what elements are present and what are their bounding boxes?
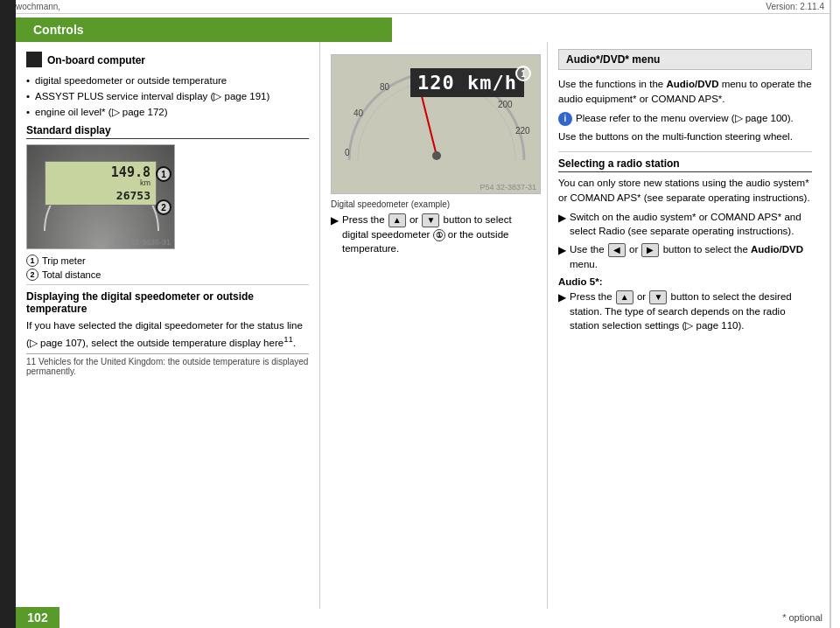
callout-label-2: 2 Total distance — [26, 269, 309, 281]
onboard-title: On-board computer — [47, 54, 145, 66]
svg-text:0: 0 — [345, 148, 350, 157]
info-text: Please refer to the menu overview (▷ pag… — [576, 111, 794, 125]
footnote-sup: 11 — [284, 334, 293, 344]
displaying-body: If you have selected the digital speedom… — [26, 318, 309, 350]
footnote-text: 11 Vehicles for the United Kingdom: the … — [26, 353, 309, 376]
radio-section-title: Selecting a radio station — [558, 157, 812, 172]
down-button-icon[interactable]: ▼ — [422, 213, 439, 227]
info-icon: i — [558, 112, 572, 126]
radio-instruction-2: ▶ Use the ◀ or ▶ button to select the Au… — [558, 242, 812, 271]
arrow-icon-r1: ▶ — [558, 211, 566, 226]
arrow-icon-r3: ▶ — [558, 290, 566, 305]
divider-right-1 — [558, 151, 812, 152]
svg-text:220: 220 — [515, 126, 530, 136]
bullet-item-2: ASSYST PLUS service interval display (▷ … — [26, 89, 309, 103]
left-column: On-board computer digital speedometer or… — [23, 42, 320, 609]
displaying-title: Displaying the digital speedometer or ou… — [26, 290, 309, 315]
right-column: Audio*/DVD* menu Use the functions in th… — [548, 42, 822, 609]
meta-left: wochmann, — [16, 2, 60, 11]
audio5-label: Audio 5*: — [558, 276, 812, 287]
middle-column: 0 40 80 120 160 200 220 120 km/h 1 P54 3… — [320, 42, 548, 609]
speedo-callout-1: 1 — [515, 66, 531, 81]
radio-instruction-1: ▶ Switch on the audio system* or COMAND … — [558, 210, 812, 238]
meta-right: Version: 2.11.4 — [766, 2, 824, 11]
speedometer-image: 0 40 80 120 160 200 220 120 km/h 1 P54 3… — [331, 54, 541, 194]
onboard-header: On-board computer — [26, 49, 309, 70]
speedo-image-ref: P54 32-3837-31 — [480, 183, 536, 192]
radio-intro-text: You can only store new stations using th… — [558, 176, 812, 205]
svg-text:80: 80 — [380, 82, 390, 92]
main-content: On-board computer digital speedometer or… — [16, 42, 830, 609]
audio-dvd-box: Audio*/DVD* menu — [558, 49, 812, 70]
up-button-icon[interactable]: ▲ — [388, 213, 406, 227]
left-black-bar — [0, 0, 16, 628]
audio-dvd-intro-text: Use the functions in the Audio/DVD menu … — [558, 77, 812, 106]
onboard-bullets: digital speedometer or outside temperatu… — [26, 73, 309, 119]
optional-note: * optional — [782, 612, 822, 623]
header-title: Controls — [33, 23, 84, 37]
svg-text:200: 200 — [498, 100, 513, 109]
svg-text:40: 40 — [354, 108, 364, 118]
callout-label-1: 1 Trip meter — [26, 255, 309, 267]
header-wrap: Controls — [0, 14, 840, 42]
bullet-item-3: engine oil level* (▷ page 172) — [26, 105, 309, 119]
divider-1 — [26, 284, 309, 285]
audio-dvd-label: Audio*/DVD* menu — [566, 53, 660, 66]
section-black-box — [26, 52, 42, 67]
arrow-icon: ▶ — [331, 213, 339, 228]
image-caption: Digital speedometer (example) — [331, 199, 536, 209]
use-buttons-text: Use the buttons on the multi-function st… — [558, 129, 812, 144]
arrow-icon-r2: ▶ — [558, 243, 566, 258]
instrument-cluster-image: 149.8 km 26753 1 2 P54 32-3836-31 — [26, 144, 175, 249]
page-number: 102 — [16, 607, 60, 628]
radio-instruction-3: ▶ Press the ▲ or ▼ button to select the … — [558, 290, 812, 332]
svg-point-11 — [432, 151, 441, 160]
header-bar: Controls — [16, 17, 392, 42]
radio-instr1-text: Switch on the audio system* or COMAND AP… — [570, 210, 812, 238]
image-ref-1: P54 32-3836-31 — [114, 238, 171, 247]
middle-instruction: ▶ Press the ▲ or ▼ button to select digi… — [331, 213, 536, 255]
bullet-item-1: digital speedometer or outside temperatu… — [26, 73, 309, 87]
meta-bar: wochmann, Version: 2.11.4 — [0, 0, 840, 14]
left-button-icon[interactable]: ◀ — [608, 243, 626, 257]
standard-display-title: Standard display — [26, 124, 309, 139]
right-bar — [830, 0, 840, 628]
info-box: i Please refer to the menu overview (▷ p… — [558, 111, 812, 126]
up-button-icon-r[interactable]: ▲ — [616, 290, 634, 304]
down-button-icon-r[interactable]: ▼ — [649, 290, 667, 304]
right-button-icon[interactable]: ▶ — [641, 243, 659, 257]
